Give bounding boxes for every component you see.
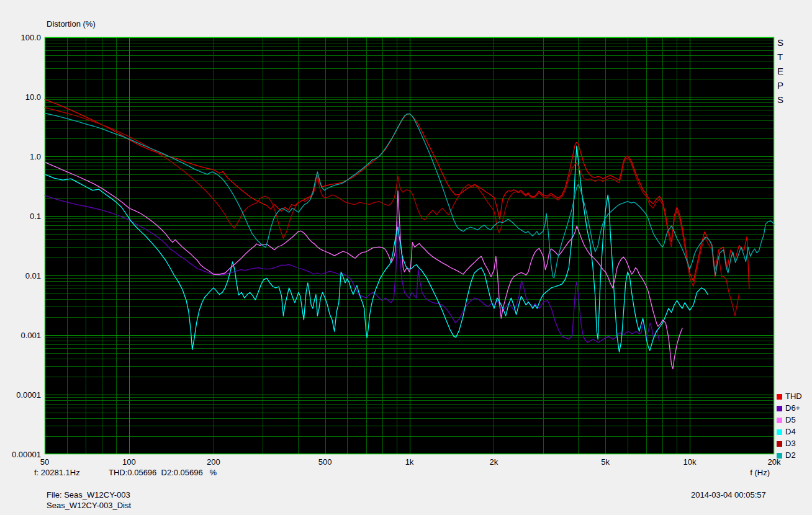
steps-watermark-letter: T — [777, 52, 783, 62]
cursor-frequency-readout: f: 20281.1Hz — [34, 468, 80, 477]
legend-swatch — [777, 394, 782, 400]
steps-watermark-letter: E — [777, 66, 783, 76]
steps-distortion-window: { "title": "Distortion (%)", "app_waterm… — [0, 0, 812, 515]
legend-swatch — [777, 406, 782, 411]
legend-item-d2: D2 — [777, 450, 796, 461]
x-tick-label: 2k — [475, 457, 512, 467]
legend-label: D5 — [785, 416, 796, 424]
cursor-distortion-readout: THD:0.05696 D2:0.05696 % — [109, 468, 217, 477]
y-tick-label: 0.0001 — [2, 390, 41, 400]
x-tick-label: 5k — [587, 457, 624, 467]
timestamp-label: 2014-03-04 00:05:57 — [691, 490, 766, 499]
legend-swatch — [777, 418, 782, 423]
chart-title: Distortion (%) — [47, 19, 96, 29]
file-name-label: File: Seas_W12CY-003 — [47, 490, 130, 499]
legend-label: D4 — [785, 428, 796, 436]
steps-watermark-letter: S — [777, 95, 783, 105]
steps-watermark-letter: S — [777, 38, 783, 48]
y-tick-label: 1.0 — [2, 152, 41, 161]
x-tick-label: 1k — [391, 457, 428, 467]
x-tick-label: 200 — [195, 457, 232, 467]
legend-swatch — [777, 453, 782, 459]
x-tick-label: 100 — [111, 457, 148, 467]
y-tick-label: 10.0 — [2, 92, 41, 102]
plot-area[interactable] — [0, 0, 812, 515]
legend-label: D2 — [785, 451, 796, 460]
legend-item-d5: D5 — [777, 414, 796, 426]
legend-item-d4: D4 — [777, 426, 796, 437]
legend-swatch — [777, 429, 782, 435]
x-tick-label: 50 — [26, 457, 63, 467]
x-tick-label: 500 — [307, 457, 344, 467]
legend-item-d3: D3 — [777, 438, 796, 449]
legend-swatch — [777, 441, 782, 447]
legend-label: D3 — [785, 439, 796, 448]
x-axis-unit-label: f (Hz) — [720, 468, 770, 477]
y-tick-label: 0.001 — [2, 331, 41, 340]
legend-item-thd: THD — [777, 391, 802, 402]
legend-label: THD — [785, 392, 802, 401]
measurement-name-label: Seas_W12CY-003_Dist — [47, 501, 131, 510]
y-tick-label: 0.1 — [2, 212, 41, 221]
legend-item-d6plus: D6+ — [777, 403, 800, 414]
y-tick-label: 0.01 — [2, 271, 41, 280]
steps-watermark-letter: P — [777, 81, 783, 91]
legend-label: D6+ — [785, 404, 800, 413]
y-tick-label: 100.0 — [2, 33, 41, 42]
x-tick-label: 10k — [671, 457, 708, 467]
